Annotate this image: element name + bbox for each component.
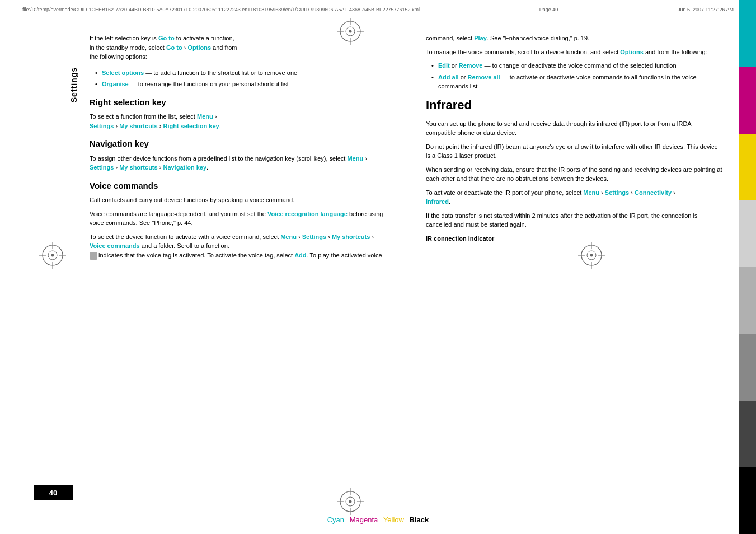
bullet-2-text: — to rearrange the functions on your per… <box>129 81 289 87</box>
voice-recognition-link: Voice recognition language <box>267 210 348 217</box>
vt-3b: and a folder. Scroll to a function. <box>140 242 229 249</box>
magenta-strip <box>739 67 756 133</box>
nav-period: . <box>206 164 208 171</box>
go-to-link-1: Go to <box>158 35 175 41</box>
infrared-activate-text: To activate or deactivate the IR port of… <box>426 188 722 207</box>
settings-link-2: Settings <box>90 164 114 171</box>
ir-text-4a: To activate or deactivate the IR port of… <box>426 189 583 196</box>
settings-link-4: Settings <box>605 189 629 196</box>
bullet-select-options: Select options — to add a function to th… <box>95 68 386 78</box>
navigation-heading: Navigation key <box>90 138 386 149</box>
yellow-label: Yellow <box>383 516 404 524</box>
navigation-text: To assign other device functions from a … <box>90 154 386 172</box>
or-2: or <box>459 74 468 81</box>
right-sel-text-1: To select a function from the list, sele… <box>90 113 197 120</box>
infrared-text-2: Do not point the infrared (IR) beam at a… <box>426 142 722 161</box>
edit-remove-text: — to change or deactivate the voice comm… <box>482 62 676 69</box>
nav-arrow-1: › <box>363 155 367 162</box>
navigation-key-link: Navigation key <box>163 164 206 171</box>
left-column: If the left selection key is Go to to ac… <box>84 34 386 506</box>
rs-arrow-1: › <box>213 113 217 120</box>
voice-commands-heading: Voice commands <box>90 180 386 191</box>
mv-text-2: and from the following: <box>644 49 707 55</box>
settings-link-1: Settings <box>90 123 114 129</box>
ir-arrow-3: › <box>672 189 675 196</box>
vt-arrow-2: › <box>326 233 332 240</box>
vt-arrow-1: › <box>297 233 302 240</box>
page-info: Page 40 <box>539 7 558 12</box>
black-strip <box>739 467 756 534</box>
ir-arrow-2: › <box>629 189 635 196</box>
cmd-text-2: . See "Enhanced voice dialing," p. 19. <box>487 35 589 41</box>
select-options-link: Select options <box>102 69 144 76</box>
options-link-2: Options <box>620 49 644 55</box>
voice-text-2: Voice commands are language-dependent, a… <box>90 209 386 228</box>
bullet-organise: Organise — to rearrange the functions on… <box>95 79 386 89</box>
intro-arrow-1: › <box>182 44 188 51</box>
vt-2a: Voice commands are language-dependent, a… <box>90 210 267 217</box>
yellow-strip <box>739 134 756 200</box>
options-link: Options <box>187 44 211 51</box>
command-continuation: command, select Play. See "Enhanced voic… <box>426 34 722 43</box>
bullet-1-text: — to add a function to the shortcut list… <box>144 69 297 76</box>
right-selection-text: To select a function from the list, sele… <box>90 112 386 130</box>
mv-text-1: To manage the voice commands, scroll to … <box>426 49 620 55</box>
right-column: command, select Play. See "Enhanced voic… <box>420 34 722 506</box>
black-label: Black <box>410 516 429 524</box>
vt-arrow-3: › <box>370 233 374 240</box>
bullet-add-remove-all: Add all or Remove all — to activate or d… <box>431 73 722 91</box>
vt-3d: . To play the activated voice <box>307 252 382 259</box>
manage-voice-text: To manage the voice commands, scroll to … <box>426 48 722 57</box>
darker-gray-strip <box>739 401 756 467</box>
medium-gray-strip <box>739 267 756 334</box>
infrared-heading: Infrared <box>426 98 722 113</box>
my-shortcuts-link-2: My shortcuts <box>119 164 157 171</box>
icon-placeholder <box>90 252 97 260</box>
intro-paragraph: If the left selection key is Go to to ac… <box>90 34 386 62</box>
ir-arrow-1: › <box>599 189 605 196</box>
vt-3c: indicates that the voice tag is activate… <box>98 252 294 259</box>
or-1: or <box>450 62 459 69</box>
organise-link: Organise <box>102 81 129 87</box>
content-area: If the left selection key is Go to to ac… <box>84 22 722 506</box>
bullet-edit-remove: Edit or Remove — to change or deactivate… <box>431 61 722 71</box>
remove-all-link: Remove all <box>468 74 500 81</box>
infrared-text-5: If the data transfer is not started with… <box>426 211 722 229</box>
menu-link-1: Menu <box>197 113 213 120</box>
rs-period: . <box>219 123 221 129</box>
my-shortcuts-link-3: My shortcuts <box>332 233 370 240</box>
menu-link-3: Menu <box>280 233 297 240</box>
cmd-text-1: command, select <box>426 35 474 41</box>
go-to-link-2: Go to <box>166 44 182 51</box>
infrared-link: Infrared <box>426 198 449 205</box>
voice-commands-link: Voice commands <box>90 242 140 249</box>
remove-link: Remove <box>459 62 483 69</box>
my-shortcuts-link-1: My shortcuts <box>119 123 157 129</box>
voice-text-1: Call contacts and carry out device funct… <box>90 195 386 205</box>
ir-period: . <box>449 198 450 205</box>
rs-arrow-2: › <box>114 123 119 129</box>
add-link: Add <box>294 252 306 259</box>
dark-gray-strip <box>739 334 756 400</box>
infrared-text-1: You can set up the phone to send and rec… <box>426 119 722 138</box>
play-link: Play <box>474 35 487 41</box>
cyan-strip <box>739 0 756 67</box>
intro-bullet-list: Select options — to add a function to th… <box>95 68 386 89</box>
cyan-label: Cyan <box>327 516 344 524</box>
add-all-link: Add all <box>438 74 459 81</box>
intro-text-1: If the left selection key is <box>90 35 158 41</box>
rs-arrow-3: › <box>158 123 163 129</box>
light-gray-strip <box>739 200 756 267</box>
magenta-label: Magenta <box>350 516 378 524</box>
voice-bullets: Edit or Remove — to change or deactivate… <box>431 61 722 91</box>
settings-label: Settings <box>69 67 78 102</box>
nav-text-1: To assign other device functions from a … <box>90 155 347 162</box>
column-divider <box>403 34 403 506</box>
voice-text-3: To select the device function to activat… <box>90 232 386 260</box>
nav-arrow-2: › <box>114 164 119 171</box>
infrared-text-3: When sending or receiving data, ensure t… <box>426 165 722 184</box>
nav-arrow-3: › <box>158 164 163 171</box>
settings-link-3: Settings <box>302 233 326 240</box>
meta-bar: file:/D:/temp/overmode/GUID-1CEEB162-7A2… <box>22 7 734 12</box>
color-strips <box>739 0 756 534</box>
